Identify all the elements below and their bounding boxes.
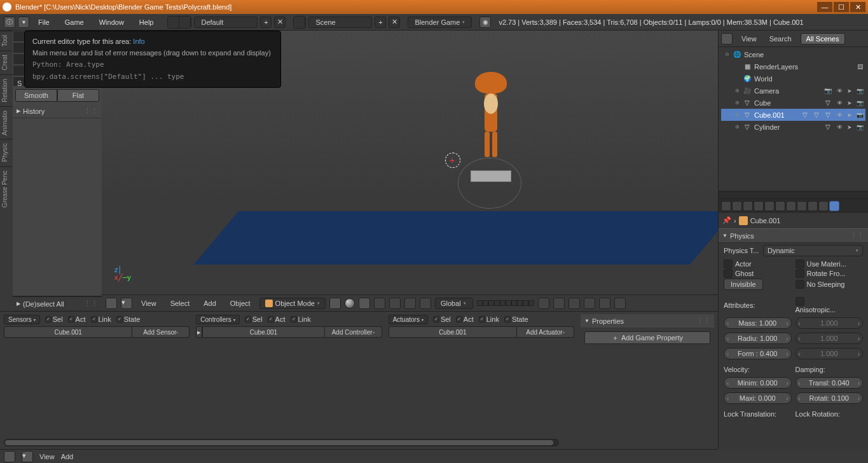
eye-toggle-icon[interactable]: 👁: [835, 123, 844, 132]
editor-type-icon[interactable]: [4, 451, 15, 462]
transform-orientation-select[interactable]: Global: [435, 298, 473, 309]
shade-flat-button[interactable]: Flat: [57, 89, 99, 102]
viewport-shading-icon[interactable]: [345, 298, 355, 308]
tab-object[interactable]: [764, 201, 775, 211]
sensor-object-name[interactable]: Cube.001: [4, 326, 132, 338]
grip-icon[interactable]: ⋮⋮: [696, 317, 710, 325]
outliner-search[interactable]: Search: [766, 34, 796, 44]
friction-z-field[interactable]: 1.000: [796, 348, 864, 359]
outliner-item-world[interactable]: 🌍World: [721, 73, 865, 85]
use-material-checkbox[interactable]: [796, 259, 804, 268]
cur-toggle-icon[interactable]: ➤: [845, 86, 854, 95]
cur-toggle-icon[interactable]: ➤: [845, 123, 854, 132]
eye-toggle-icon[interactable]: 👁: [835, 111, 844, 120]
add-layout-button[interactable]: +: [260, 17, 272, 28]
snap-element-icon[interactable]: [584, 298, 595, 309]
act-checkbox[interactable]: ✓: [268, 316, 274, 322]
act-checkbox[interactable]: ✓: [456, 316, 462, 322]
controller-object-name[interactable]: Cube.001: [202, 326, 324, 338]
manipulator-icon[interactable]: [374, 298, 385, 309]
lock-camera-icon[interactable]: [538, 298, 549, 309]
delete-layout-button[interactable]: ✕: [274, 17, 286, 28]
expand-icon[interactable]: ⊕: [734, 124, 740, 130]
expand-icon[interactable]: ⊕: [734, 88, 740, 93]
sel-checkbox[interactable]: ✓: [45, 316, 52, 322]
tab-grease-pencil[interactable]: Grease Penc: [0, 166, 13, 211]
tab-constraints[interactable]: [775, 201, 785, 211]
rend-toggle-icon[interactable]: 📷: [855, 123, 864, 132]
act-checkbox[interactable]: ✓: [68, 316, 74, 322]
game-properties-header[interactable]: ▼ Properties ⋮⋮: [581, 314, 714, 328]
grip-icon[interactable]: ⋮⋮: [84, 300, 98, 308]
tab-create[interactable]: Creat: [0, 50, 13, 74]
physics-section-header[interactable]: ▼ Physics ⋮⋮: [719, 228, 868, 243]
tab-texture[interactable]: [818, 201, 829, 211]
invisible-button[interactable]: Invisible: [724, 279, 763, 290]
actuators-dropdown[interactable]: Actuators: [389, 315, 428, 324]
form-factor-field[interactable]: Form : 0.400: [724, 348, 792, 359]
tab-render-layers[interactable]: [732, 201, 742, 211]
minimize-button[interactable]: —: [817, 2, 832, 12]
expand-icon[interactable]: ▸: [196, 326, 202, 338]
editor-type-icon[interactable]: [106, 298, 117, 309]
grip-icon[interactable]: ⋮⋮: [84, 107, 98, 115]
tab-render[interactable]: [721, 201, 731, 211]
actor-checkbox[interactable]: [724, 259, 733, 268]
link-checkbox[interactable]: ✓: [291, 316, 297, 322]
rend-toggle-icon[interactable]: 📷: [855, 99, 864, 107]
shade-smooth-button[interactable]: Smooth: [15, 89, 57, 102]
outliner-item-cylinder[interactable]: ⊕▽Cylinder▽👁➤📷: [721, 121, 865, 133]
snap-icon[interactable]: [568, 298, 580, 309]
grip-icon[interactable]: ⋮⋮: [850, 232, 864, 240]
menu-select[interactable]: Select: [165, 298, 195, 309]
cur-toggle-icon[interactable]: ➤: [845, 99, 854, 107]
outliner-item-camera[interactable]: ⊕🎥Camera📷👁➤📷: [721, 85, 865, 97]
translate-icon[interactable]: [389, 298, 401, 309]
friction-x-field[interactable]: 1.000: [796, 317, 864, 329]
menu-object[interactable]: Object: [225, 298, 256, 309]
add-controller-button[interactable]: Add Controller: [325, 326, 382, 338]
scene-select[interactable]: Scene: [308, 17, 372, 28]
outliner-item-cube-001[interactable]: ⊕▽Cube.001▽▽▽👁➤📷: [721, 109, 865, 121]
actuator-object-name[interactable]: Cube.001: [389, 326, 517, 338]
menu-view[interactable]: View: [39, 453, 55, 460]
menu-help[interactable]: Help: [133, 17, 160, 28]
img-toggle-icon[interactable]: 🖼: [855, 62, 864, 71]
tab-scene[interactable]: [743, 201, 753, 211]
sel-checkbox[interactable]: ✓: [433, 316, 439, 322]
pivot-icon[interactable]: [359, 298, 370, 309]
deselect-panel[interactable]: ▶ (De)select All ⋮⋮: [13, 297, 102, 311]
collapse-icon[interactable]: ▾: [22, 451, 33, 462]
physics-type-select[interactable]: Dynamic: [763, 245, 863, 256]
link-checkbox[interactable]: ✓: [479, 316, 485, 322]
tab-world[interactable]: [754, 201, 764, 211]
outliner-display-mode[interactable]: All Scenes: [801, 33, 845, 45]
menu-game[interactable]: Game: [59, 17, 90, 28]
screen-layout-select[interactable]: Default: [194, 17, 258, 28]
render-icon[interactable]: [599, 298, 610, 309]
history-panel-header[interactable]: ▶ History ⋮⋮: [13, 104, 102, 118]
outliner-view[interactable]: View: [738, 34, 761, 44]
mass-field[interactable]: Mass: 1.000: [724, 317, 792, 329]
link-checkbox[interactable]: ✓: [91, 316, 97, 322]
scale-icon[interactable]: [420, 298, 431, 309]
breadcrumb-object[interactable]: Cube.001: [750, 217, 781, 225]
add-scene-button[interactable]: +: [375, 17, 386, 28]
expand-icon[interactable]: ⊕: [734, 100, 740, 106]
sel-checkbox[interactable]: ✓: [245, 316, 251, 322]
rend-toggle-icon[interactable]: 📷: [855, 111, 864, 120]
tab-tools[interactable]: Tool: [0, 31, 13, 50]
shading-icon[interactable]: [329, 298, 341, 309]
tab-physics[interactable]: Physic: [0, 139, 13, 165]
no-sleeping-checkbox[interactable]: [796, 280, 804, 289]
scene-icon[interactable]: [294, 17, 305, 28]
menu-file[interactable]: File: [32, 17, 56, 28]
menu-add[interactable]: Add: [198, 298, 221, 309]
tab-data[interactable]: [797, 201, 807, 211]
render-engine-select[interactable]: Blender Game: [408, 17, 472, 28]
state-checkbox[interactable]: ✓: [504, 316, 511, 322]
layer-buttons[interactable]: [477, 300, 534, 306]
menu-view[interactable]: View: [136, 298, 162, 309]
ghost-checkbox[interactable]: [724, 269, 733, 278]
rotate-from-checkbox[interactable]: [796, 269, 804, 278]
